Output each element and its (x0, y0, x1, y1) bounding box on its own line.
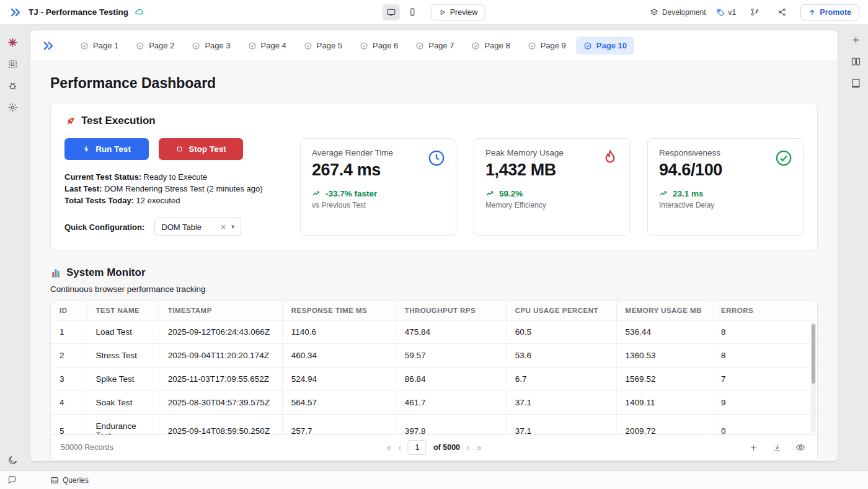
share-button[interactable] (773, 4, 790, 20)
system-monitor-subtitle: Continuous browser performance tracking (50, 284, 818, 294)
bar-chart-icon (50, 267, 61, 278)
mobile-toggle-button[interactable] (404, 4, 421, 20)
table-row[interactable]: 4 Soak Test 2025-08-30T04:57:39.575Z 564… (51, 391, 817, 415)
table-body: 1 Load Test 2025-09-12T06:24:43.066Z 114… (51, 320, 817, 435)
page-tab[interactable]: Page 7 (408, 37, 461, 55)
table-header-cell[interactable]: RESPONSE TIME MS (282, 301, 396, 320)
tag-icon (716, 8, 725, 17)
check-circle-icon (774, 149, 793, 167)
page-content: Performance Dashboard Test Execution (30, 61, 838, 461)
desktop-toggle-button[interactable] (383, 4, 400, 20)
queries-panel-toggle[interactable]: Queries (50, 476, 89, 485)
last-page-button[interactable]: » (477, 443, 482, 452)
quick-configuration-select[interactable]: DOM Table ✕ ▼ (154, 218, 241, 236)
table-header-cell[interactable]: THROUGHPUT RPS (396, 301, 506, 320)
table-footer: 50000 Records « ‹ of 5000 › » (51, 434, 817, 460)
promote-button[interactable]: Promote (800, 4, 859, 20)
clear-icon[interactable]: ✕ (219, 222, 226, 232)
export-icon (773, 443, 782, 452)
page-tab[interactable]: Page 8 (464, 37, 517, 55)
settings-icon[interactable] (7, 102, 18, 113)
check-circle-icon (528, 42, 536, 50)
page-number-input[interactable] (408, 440, 427, 455)
page-tab[interactable]: Page 4 (241, 37, 294, 55)
system-monitor-section: System Monitor Continuous browser perfor… (50, 267, 818, 460)
app-title[interactable]: TJ - Performance Testing (29, 7, 128, 17)
layers-icon (650, 8, 658, 17)
table-row[interactable]: 5 Endurance Test 2025-09-14T08:59:50.250… (51, 415, 817, 435)
first-page-button[interactable]: « (386, 443, 391, 452)
stat-trend: 23.1 ms (659, 189, 792, 198)
page-tab[interactable]: Page 10 (576, 37, 634, 55)
test-execution-title: Test Execution (64, 115, 804, 127)
page-tab[interactable]: Page 6 (352, 37, 405, 55)
stat-card-render-time: Average Render Time 267.4 ms -33.7% fast… (300, 138, 456, 236)
page-tabbar: Page 1 Page 2 Page 3 Page 4 (30, 30, 838, 61)
table-header-cell[interactable]: TIMESTAMP (159, 301, 282, 320)
preview-button[interactable]: Preview (431, 4, 485, 20)
canvas: Page 1 Page 2 Page 3 Page 4 (25, 25, 843, 470)
stop-test-button[interactable]: Stop Test (159, 138, 243, 160)
page-tab-label: Page 8 (484, 41, 510, 50)
stop-icon (175, 145, 184, 153)
git-branch-icon (750, 7, 760, 17)
table-header-cell[interactable]: TEST NAME (87, 301, 159, 320)
stat-trend: -33.7% faster (312, 189, 445, 198)
table-header-cell[interactable]: ERRORS (712, 301, 817, 320)
plus-icon (749, 443, 758, 452)
page-tab[interactable]: Page 5 (296, 37, 350, 55)
visibility-button[interactable] (794, 441, 807, 454)
table-row[interactable]: 1 Load Test 2025-09-12T06:24:43.066Z 114… (51, 320, 817, 344)
performance-table-card: IDTEST NAMETIMESTAMPRESPONSE TIME MSTHRO… (50, 301, 818, 460)
share-icon (777, 7, 787, 17)
page-title: Performance Dashboard (50, 75, 818, 92)
export-button[interactable] (770, 441, 784, 454)
panels-icon[interactable] (851, 56, 861, 67)
prev-page-button[interactable]: ‹ (398, 443, 401, 452)
inspector-icon[interactable] (7, 59, 18, 69)
book-icon[interactable] (851, 78, 861, 89)
page-tab[interactable]: Page 2 (128, 37, 182, 55)
check-circle-icon (304, 42, 312, 50)
table-header-cell[interactable]: ID (51, 301, 87, 320)
arrow-up-icon (808, 9, 816, 16)
add-row-button[interactable] (746, 441, 760, 454)
page-tab-label: Page 10 (596, 41, 627, 50)
stat-caption: vs Previous Test (312, 201, 445, 209)
environment-selector[interactable]: Development (650, 8, 706, 17)
version-selector[interactable]: v1 (716, 8, 737, 17)
page-tab[interactable]: Page 9 (520, 37, 574, 55)
table-row[interactable]: 2 Stress Test 2025-09-04T11:20:20.174Z 4… (51, 344, 817, 368)
mobile-icon (407, 7, 417, 17)
check-circle-icon (80, 42, 89, 50)
moon-icon[interactable] (7, 455, 18, 465)
stat-label: Average Render Time (312, 148, 445, 157)
table-header-cell[interactable]: MEMORY USAGE MB (616, 301, 712, 320)
select-value: DOM Table (161, 222, 216, 232)
page-tab-label: Page 2 (149, 41, 174, 50)
page-tab-label: Page 5 (317, 41, 342, 50)
last-test: Last Test: DOM Rendering Stress Test (2 … (64, 183, 275, 195)
table-row[interactable]: 3 Spike Test 2025-11-03T17:09:55.652Z 52… (51, 368, 817, 391)
check-circle-icon (192, 42, 200, 50)
check-circle-icon (248, 42, 257, 50)
stat-card-peak-memory: Peak Memory Usage 1,432 MB 59.2% (474, 138, 630, 236)
trending-up-icon (312, 189, 321, 198)
page-tab[interactable]: Page 3 (184, 37, 237, 55)
system-monitor-title: System Monitor (50, 267, 818, 279)
right-rail (843, 25, 868, 470)
components-icon[interactable] (7, 37, 18, 48)
page-tab-label: Page 4 (261, 41, 286, 50)
run-test-button[interactable]: Run Test (64, 138, 149, 160)
trending-up-icon (659, 189, 668, 198)
debug-icon[interactable] (7, 81, 18, 91)
page-tab[interactable]: Page 1 (73, 37, 126, 55)
table-scrollbar-thumb[interactable] (812, 324, 815, 384)
plus-icon[interactable] (851, 35, 861, 45)
stat-value: 1,432 MB (485, 161, 618, 180)
chat-icon[interactable] (7, 475, 17, 485)
table-header-cell[interactable]: CPU USAGE PERCENT (506, 301, 616, 320)
git-branch-button[interactable] (746, 4, 763, 20)
next-page-button[interactable]: › (467, 443, 470, 452)
statusbar: Queries (0, 470, 868, 489)
